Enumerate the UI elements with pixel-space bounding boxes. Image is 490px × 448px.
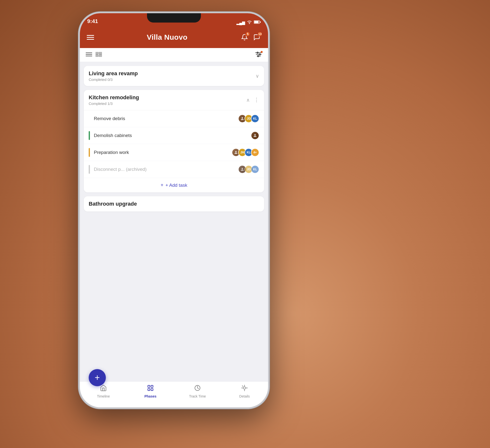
svg-rect-22 xyxy=(148,388,150,390)
timeline-icon xyxy=(100,385,107,393)
svg-point-28 xyxy=(243,387,245,389)
notification-badge: 5 xyxy=(245,32,250,37)
task-item-disconnect[interactable]: Disconnect p... (archived) JD KL xyxy=(84,161,264,178)
notch xyxy=(147,13,201,23)
section-kitchen-more[interactable]: ⋮ xyxy=(254,97,259,103)
view-toggles xyxy=(86,52,102,58)
nav-label-tracktime: Track Time xyxy=(189,394,206,398)
avatar-kl: KL xyxy=(251,114,259,123)
battery-icon xyxy=(254,20,261,25)
task-color-bar xyxy=(89,114,90,123)
details-icon xyxy=(241,385,248,393)
svg-rect-21 xyxy=(151,386,153,387)
section-living-header[interactable]: Living area revamp Completed 0/3 ∨ xyxy=(84,66,264,86)
add-task-button[interactable]: + + Add task xyxy=(84,178,264,192)
grid-view-button[interactable] xyxy=(96,52,102,58)
signal-icon: ▂▄▆ xyxy=(236,20,245,25)
task-item-remove-debris[interactable]: Remove debris JD KL xyxy=(84,110,264,127)
svg-rect-8 xyxy=(96,55,98,57)
phone-wrapper: 9:41 ▂▄▆ xyxy=(78,12,270,409)
svg-point-15 xyxy=(257,55,259,57)
filter-active-dot xyxy=(261,51,263,53)
header-actions: 5 13 xyxy=(240,33,261,42)
scene: 9:41 ▂▄▆ xyxy=(0,0,490,448)
svg-rect-6 xyxy=(96,52,98,54)
app-title: Villa Nuovo xyxy=(147,33,187,41)
task-color-bar-yellow xyxy=(89,148,90,157)
task-avatars xyxy=(251,131,259,140)
svg-rect-7 xyxy=(99,52,102,54)
avatar-kl3: KL xyxy=(251,165,259,174)
add-task-label: + Add task xyxy=(165,183,187,188)
task-name: Preparation work xyxy=(94,150,232,155)
task-item-demolish-cabinets[interactable]: Demolish cabinets xyxy=(84,127,264,144)
app-header: Villa Nuovo 5 13 xyxy=(80,26,268,48)
avatar-count: 4+ xyxy=(251,148,259,157)
task-item-preparation-work[interactable]: Preparation work JH KL 4+ xyxy=(84,144,264,161)
avatar xyxy=(251,131,259,140)
task-name: Remove debris xyxy=(94,116,238,121)
svg-point-16 xyxy=(242,117,243,119)
nav-label-phases: Phases xyxy=(144,394,156,398)
task-avatars: JH KL 4+ xyxy=(232,148,259,157)
svg-point-19 xyxy=(242,168,243,169)
svg-point-17 xyxy=(254,134,256,136)
section-bathroom-header[interactable]: Bathroom upgrade xyxy=(84,196,264,212)
section-bathroom: Bathroom upgrade xyxy=(84,196,264,212)
nav-label-timeline: Timeline xyxy=(97,394,110,398)
svg-point-14 xyxy=(259,54,261,55)
tracktime-icon xyxy=(194,385,201,393)
svg-point-18 xyxy=(235,151,237,152)
nav-item-timeline[interactable]: Timeline xyxy=(80,385,127,398)
nav-label-details: Details xyxy=(239,394,250,398)
wifi-icon xyxy=(247,20,252,25)
section-living-chevron: ∨ xyxy=(256,73,259,79)
status-icons: ▂▄▆ xyxy=(236,20,261,25)
nav-item-details[interactable]: Details xyxy=(221,385,268,398)
task-name: Demolish cabinets xyxy=(94,133,251,138)
phases-icon xyxy=(147,385,154,393)
section-kitchen-header[interactable]: Kitchen remodeling Completed 1/3 ∧ ⋮ xyxy=(84,90,264,110)
task-name-archived: Disconnect p... (archived) xyxy=(94,167,238,172)
section-living-title: Living area revamp xyxy=(89,70,138,77)
nav-item-tracktime[interactable]: Track Time xyxy=(174,385,221,398)
task-list-kitchen: Remove debris JD KL xyxy=(84,110,264,178)
bottom-nav: Timeline Phases xyxy=(80,381,268,407)
svg-rect-9 xyxy=(99,55,102,57)
message-button[interactable]: 13 xyxy=(252,33,261,42)
svg-line-27 xyxy=(242,386,243,386)
section-kitchen-chevron[interactable]: ∧ xyxy=(246,97,250,103)
task-avatars: JD KL xyxy=(238,165,259,174)
task-avatars: JD KL xyxy=(238,114,259,123)
task-color-bar-archived xyxy=(89,165,90,174)
section-kitchen-subtitle: Completed 1/3 xyxy=(89,101,139,106)
menu-button[interactable] xyxy=(87,35,94,40)
section-kitchen: Kitchen remodeling Completed 1/3 ∧ ⋮ xyxy=(84,90,264,192)
filter-button[interactable] xyxy=(255,51,262,58)
svg-rect-1 xyxy=(254,21,259,23)
nav-item-phases[interactable]: Phases xyxy=(127,385,174,398)
message-badge: 13 xyxy=(257,32,262,37)
notification-button[interactable]: 5 xyxy=(240,33,249,42)
svg-rect-23 xyxy=(151,388,153,390)
task-color-bar-green xyxy=(89,131,90,140)
list-view-button[interactable] xyxy=(86,52,92,58)
add-task-icon: + xyxy=(161,182,164,188)
fab-icon: + xyxy=(95,373,100,383)
svg-point-13 xyxy=(257,52,258,53)
status-time: 9:41 xyxy=(87,18,98,25)
section-living-subtitle: Completed 0/3 xyxy=(89,77,138,82)
section-bathroom-title: Bathroom upgrade xyxy=(89,201,137,207)
svg-rect-2 xyxy=(260,21,261,23)
app-content: Living area revamp Completed 0/3 ∨ Kitch… xyxy=(80,48,268,381)
phone-frame: 9:41 ▂▄▆ xyxy=(78,12,270,409)
fab-button[interactable]: + xyxy=(89,369,106,386)
filter-bar xyxy=(80,48,268,62)
section-living: Living area revamp Completed 0/3 ∨ xyxy=(84,66,264,86)
svg-rect-20 xyxy=(148,386,150,387)
section-kitchen-title: Kitchen remodeling xyxy=(89,94,139,101)
